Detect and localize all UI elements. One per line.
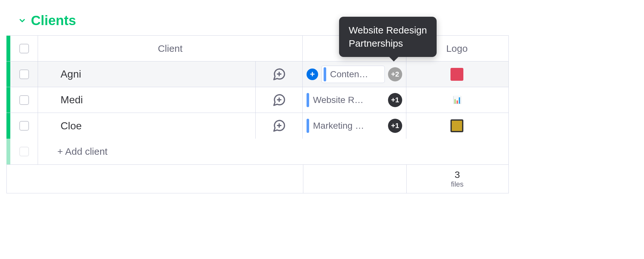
chip-color-bar: [307, 93, 309, 107]
more-links-badge[interactable]: +1: [388, 93, 402, 107]
row-checkbox[interactable]: [19, 69, 29, 79]
comment-cell: [256, 61, 303, 87]
client-name-cell[interactable]: Agni: [38, 61, 256, 87]
tooltip-more-items: Website Redesign Partnerships: [339, 17, 437, 57]
row-checkbox-cell: [10, 113, 38, 139]
linked-items-cell[interactable]: +Conten…+2: [303, 61, 406, 87]
chip-color-bar: [324, 67, 326, 81]
table-row[interactable]: Agni+Conten…+2: [6, 61, 508, 87]
row-checkbox-cell: [10, 87, 38, 113]
logo-summary-cell: 3 files: [407, 165, 508, 193]
comment-cell: [256, 87, 303, 113]
table-summary-row: 3 files: [6, 165, 509, 193]
table-row[interactable]: MediWebsite R…+1📊: [6, 87, 508, 113]
logo-cell[interactable]: 📊: [406, 87, 507, 113]
chevron-down-icon[interactable]: [18, 16, 26, 25]
logo-file-label: files: [451, 180, 463, 189]
logo-thumbnail[interactable]: [450, 119, 463, 132]
row-accent: [6, 113, 10, 139]
more-links-badge[interactable]: +2: [388, 67, 402, 81]
header-checkbox-cell: [10, 36, 38, 61]
chip-color-bar: [307, 119, 309, 133]
row-checkbox[interactable]: [19, 121, 29, 131]
more-links-badge[interactable]: +1: [388, 119, 402, 133]
linked-item-chip[interactable]: Website R…: [307, 93, 385, 107]
logo-cell[interactable]: [406, 61, 507, 87]
row-checkbox-cell: [10, 61, 38, 87]
comment-cell: [256, 113, 303, 139]
add-client-row[interactable]: + Add client: [6, 139, 508, 164]
add-row-checkbox: [19, 147, 29, 156]
logo-file-count: 3: [455, 169, 460, 180]
logo-thumbnail[interactable]: 📊: [450, 94, 463, 106]
chip-label: Website R…: [309, 95, 385, 105]
chip-label: Conten…: [326, 69, 383, 79]
add-comment-icon[interactable]: [272, 67, 286, 81]
linked-items-cell[interactable]: Marketing …+1: [303, 113, 406, 139]
add-row-checkbox-cell: [10, 139, 38, 164]
logo-cell[interactable]: [406, 113, 507, 139]
logo-thumbnail[interactable]: [450, 68, 463, 81]
add-link-button[interactable]: +: [307, 69, 318, 80]
client-name-cell[interactable]: Medi: [38, 87, 256, 113]
linked-item-chip[interactable]: Conten…: [321, 66, 385, 83]
chip-label: Marketing …: [309, 121, 385, 131]
row-accent: [6, 139, 10, 164]
row-accent: [6, 87, 10, 113]
row-checkbox[interactable]: [19, 95, 29, 105]
tooltip-line: Website Redesign: [349, 24, 427, 37]
section-title[interactable]: Clients: [31, 13, 76, 28]
table-row[interactable]: CloeMarketing …+1: [6, 113, 508, 139]
add-client-text[interactable]: + Add client: [38, 139, 508, 164]
row-accent: [6, 61, 10, 87]
client-name-cell[interactable]: Cloe: [38, 113, 256, 139]
row-accent: [6, 36, 10, 61]
tooltip-line: Partnerships: [349, 37, 427, 50]
column-header-client[interactable]: Client: [38, 36, 303, 61]
select-all-checkbox[interactable]: [19, 44, 29, 53]
add-comment-icon[interactable]: [272, 93, 286, 107]
linked-items-cell[interactable]: Website R…+1: [303, 87, 406, 113]
linked-item-chip[interactable]: Marketing …: [307, 119, 385, 133]
add-comment-icon[interactable]: [272, 119, 286, 133]
